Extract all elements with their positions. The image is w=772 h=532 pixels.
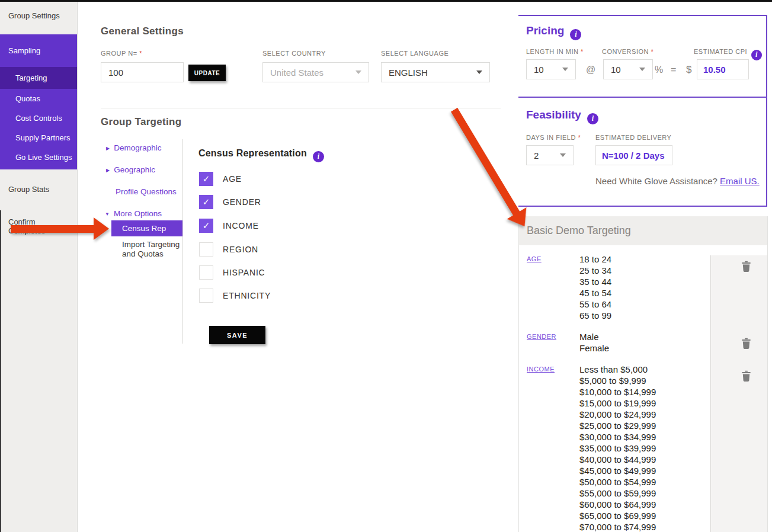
trash-icon-age[interactable] <box>741 261 751 272</box>
tree-item-geographic[interactable]: ▶Geographic <box>106 165 155 174</box>
sidebar-item-targeting[interactable]: Targeting <box>0 67 77 89</box>
estimated-delivery-value: N=100 / 2 Days <box>595 145 672 165</box>
basic-demo-targeting-title: Basic Demo Targeting <box>519 216 767 245</box>
age-link[interactable]: AGE <box>527 254 579 321</box>
triangle-right-icon: ▶ <box>106 168 110 173</box>
white-glove-assist-text: Need White Glove Assistance? Email US. <box>595 176 760 186</box>
pricing-feasibility-divider <box>518 97 766 98</box>
estimated-delivery-label: ESTIMATED DELIVERY <box>595 134 671 141</box>
demo-row-age: AGE 18 to 24 25 to 34 35 to 44 45 to 54 … <box>527 254 710 321</box>
info-icon[interactable]: i <box>587 113 598 124</box>
chevron-down-icon <box>562 68 568 71</box>
select-country-label: SELECT COUNTRY <box>262 50 326 57</box>
triangle-right-icon: ▶ <box>106 146 110 151</box>
checkbox-row-income[interactable]: INCOME <box>199 219 259 233</box>
trash-icon-income[interactable] <box>741 370 751 382</box>
checkbox-row-gender[interactable]: GENDER <box>199 195 261 209</box>
length-in-min-label: LENGTH IN MIN * <box>526 48 584 55</box>
group-targeting-title: Group Targeting <box>101 116 181 128</box>
trash-column <box>710 255 767 532</box>
sidebar-item-supply-partners[interactable]: Supply Partners <box>0 128 77 148</box>
tree-item-profile-questions[interactable]: Profile Questions <box>116 187 177 196</box>
checkbox-row-region[interactable]: REGION <box>199 242 258 257</box>
window-edge <box>0 210 1 532</box>
equals-sign: = <box>671 65 676 75</box>
tree-item-more-options[interactable]: ▼More Options <box>105 209 162 218</box>
percent-sign: % <box>655 65 663 75</box>
sidebar-section-sampling: Sampling Targeting Quotas Cost Controls … <box>0 34 77 169</box>
country-select[interactable]: United States <box>262 62 369 82</box>
days-in-field-label: DAYS IN FIELD * <box>526 134 581 141</box>
section-divider <box>101 108 501 108</box>
info-icon[interactable]: i <box>313 151 324 162</box>
basic-demo-targeting-panel: Basic Demo Targeting AGE 18 to 24 25 to … <box>518 216 768 532</box>
checkbox-row-ethnicity[interactable]: ETHNICITY <box>199 289 271 303</box>
general-settings-title: General Settings <box>101 25 184 37</box>
feasibility-title: Feasibilityi <box>526 108 598 124</box>
info-icon[interactable]: i <box>751 50 762 60</box>
checkbox-row-age[interactable]: AGE <box>199 172 242 186</box>
select-language-label: SELECT LANGUAGE <box>381 50 449 57</box>
sidebar-item-sampling[interactable]: Sampling <box>0 34 77 67</box>
sidebar: Group Settings Sampling Targeting Quotas… <box>0 2 78 532</box>
checkbox-age[interactable] <box>199 172 213 186</box>
pricing-title: Pricingi <box>526 24 581 40</box>
at-sign: @ <box>586 65 595 75</box>
sidebar-item-group-settings[interactable]: Group Settings <box>0 2 77 30</box>
checkbox-row-hispanic[interactable]: HISPANIC <box>199 265 265 280</box>
sidebar-item-go-live-settings[interactable]: Go Live Settings <box>0 148 77 169</box>
dollar-sign: $ <box>686 64 691 76</box>
tree-divider <box>182 139 183 344</box>
save-button[interactable]: SAVE <box>209 326 265 344</box>
days-in-field-select[interactable]: 2 <box>526 145 574 165</box>
chevron-down-icon <box>639 68 645 71</box>
group-n-label: GROUP N= * <box>101 50 142 57</box>
chevron-down-icon <box>355 70 361 74</box>
update-button[interactable]: UPDATE <box>188 65 226 81</box>
tree-item-import-targeting-and-quotas[interactable]: Import Targeting and Quotas <box>122 240 182 258</box>
conversion-label: CONVERSION * <box>602 48 654 55</box>
trash-icon-gender[interactable] <box>741 338 751 349</box>
triangle-down-icon: ▼ <box>105 211 110 217</box>
info-icon[interactable]: i <box>570 29 581 40</box>
checkbox-gender[interactable] <box>199 195 213 209</box>
tree-item-demographic[interactable]: ▶Demographic <box>106 143 161 152</box>
email-us-link[interactable]: Email US. <box>720 176 760 186</box>
estimated-cpi-input[interactable]: 10.50 <box>697 59 749 79</box>
sidebar-item-cost-controls[interactable]: Cost Controls <box>0 108 77 128</box>
estimated-cpi-label: ESTIMATED CPIi <box>694 48 762 60</box>
checkbox-region[interactable] <box>199 242 213 257</box>
tree-item-census-rep-selected[interactable]: Census Rep <box>111 220 182 236</box>
checkbox-income[interactable] <box>199 219 213 233</box>
chevron-down-icon <box>560 153 566 157</box>
gender-link[interactable]: GENDER <box>527 331 579 354</box>
census-representation-title: Census Representationi <box>198 148 324 162</box>
income-link[interactable]: INCOME <box>527 364 579 532</box>
chevron-down-icon <box>476 70 482 74</box>
checkbox-ethnicity[interactable] <box>199 289 213 303</box>
checkbox-hispanic[interactable] <box>199 265 213 280</box>
page: Group Settings Sampling Targeting Quotas… <box>0 0 772 532</box>
gender-values: Male Female <box>579 331 609 354</box>
sidebar-item-quotas[interactable]: Quotas <box>0 89 77 108</box>
income-values: Less than $5,000 $5,000 to $9,999 $10,00… <box>579 364 656 532</box>
conversion-select[interactable]: 10 <box>603 59 653 79</box>
length-in-min-select[interactable]: 10 <box>526 59 576 79</box>
pricing-feasibility-panel: Pricingi LENGTH IN MIN * CONVERSION * ES… <box>518 15 767 207</box>
age-values: 18 to 24 25 to 34 35 to 44 45 to 54 55 t… <box>579 254 611 321</box>
basic-demo-rows: AGE 18 to 24 25 to 34 35 to 44 45 to 54 … <box>519 245 710 532</box>
language-select[interactable]: ENGLISH <box>381 62 490 82</box>
sidebar-item-group-stats[interactable]: Group Stats <box>0 175 77 203</box>
annotation-arrow-census-rep <box>11 217 109 240</box>
demo-row-gender: GENDER Male Female <box>527 331 710 354</box>
demo-row-income: INCOME Less than $5,000 $5,000 to $9,999… <box>527 364 710 532</box>
group-n-input[interactable]: 100 <box>101 62 184 82</box>
